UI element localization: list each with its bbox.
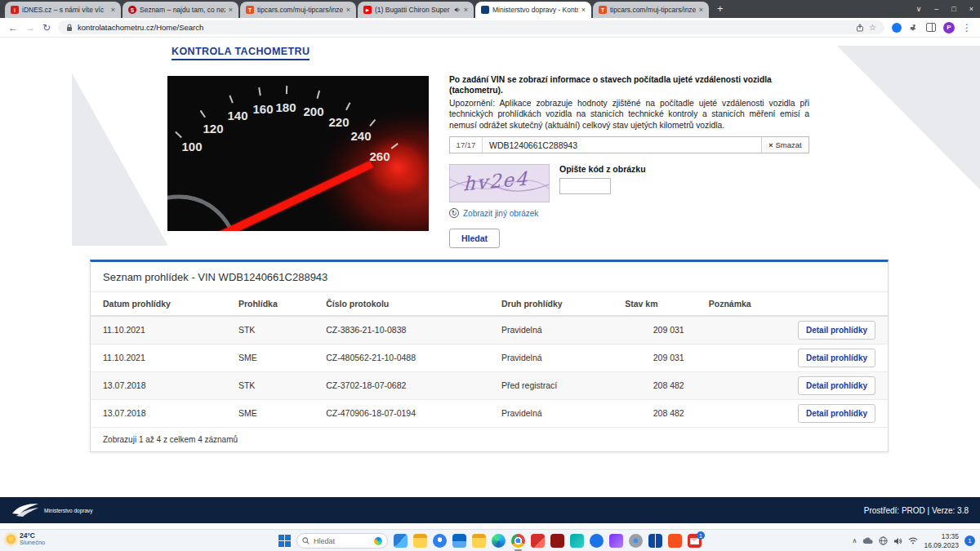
tab-close-icon[interactable]: × (464, 6, 468, 14)
taskbar-clock[interactable]: 13:35 16.09.2023 (924, 532, 959, 549)
col-header-protocol: Číslo protokolu (314, 292, 489, 317)
refresh-captcha-link[interactable]: Zobrazit jiný obrázek (463, 209, 538, 218)
taskbar-icon-edge[interactable] (492, 534, 506, 548)
search-highlights-icon[interactable] (374, 537, 382, 545)
taskbar-icon-mail[interactable]: 1 (688, 534, 702, 548)
taskbar-icon-chrome[interactable] (511, 534, 525, 548)
address-bar[interactable]: kontrolatachometru.cz/Home/Search ☆ (58, 20, 884, 34)
extensions-puzzle-icon[interactable] (909, 23, 919, 33)
intro-bold-text: Po zadání VIN se zobrazí informace o sta… (449, 74, 809, 96)
browser-tab-idnes[interactable]: i iDNES.cz – s námi víte víc × (5, 2, 121, 18)
taskbar: 24°C Slunečno Hledat 1 (0, 529, 980, 551)
detail-button[interactable]: Detail prohlídky (798, 404, 875, 423)
reload-icon[interactable]: ↻ (42, 22, 51, 33)
new-tab-button[interactable]: + (717, 2, 724, 15)
taskbar-icon-widgets[interactable] (394, 534, 408, 548)
captcha-label: Opište kód z obrázku (559, 164, 646, 174)
volume-icon[interactable] (893, 537, 902, 545)
vin-input[interactable]: 17/17 WDB1240661C288943 × Smazat (449, 136, 809, 153)
table-row: 11.10.2021 SME CZ-480562-21-10-0488 Prav… (91, 344, 888, 371)
captcha-input[interactable] (559, 178, 611, 194)
hero-diagonal-left (72, 50, 168, 246)
cell-protocol: CZ-470906-18-07-0194 (314, 399, 489, 427)
cell-date: 11.10.2021 (91, 344, 226, 371)
speedometer-image: 100 120 140 160 180 200 220 240 260 (167, 76, 429, 231)
search-button[interactable]: Hledat (449, 229, 500, 248)
speedo-label: 180 (275, 100, 296, 114)
vin-value-text: WDB1240661C288943 (483, 137, 761, 153)
tab-close-icon[interactable]: × (699, 6, 703, 14)
cell-date: 11.10.2021 (91, 316, 226, 344)
ministry-name: Ministerstvo dopravy (44, 508, 93, 513)
tab-title: iDNES.cz – s námi víte víc (22, 6, 108, 14)
taskbar-search[interactable]: Hledat (296, 533, 388, 549)
extension-icon-blue[interactable] (892, 23, 902, 33)
taskbar-icon-teams-chat[interactable] (433, 534, 447, 548)
browser-tab-seznam[interactable]: S Seznam – najdu tam, co neznám × (122, 2, 238, 18)
taskbar-icon-folder[interactable] (472, 534, 486, 548)
taskbar-icon-app-purple[interactable] (609, 534, 623, 548)
taskbar-icon-app-red[interactable] (531, 534, 545, 548)
cell-km: 208 482 (612, 399, 696, 427)
wifi-icon[interactable] (908, 537, 918, 544)
taskbar-icon-app-blue[interactable] (590, 534, 604, 548)
browser-tab-tipcars-2[interactable]: T tipcars.com/muj-tipcars/inzerce... × (593, 2, 709, 18)
col-header-km: Stav km (612, 292, 696, 317)
bookmark-star-icon[interactable]: ☆ (869, 23, 876, 32)
window-minimize-button[interactable]: – (934, 5, 938, 13)
tab-search-chevron-icon[interactable]: ∨ (916, 5, 922, 13)
share-icon[interactable] (856, 24, 864, 32)
results-title: Seznam prohlídek - VIN WDB1240661C288943 (91, 262, 888, 291)
taskbar-weather[interactable]: 24°C Slunečno (7, 532, 45, 547)
page-title: KONTROLA TACHOMETRU (172, 46, 310, 60)
browser-tab-youtube[interactable]: ▶ (1) Bugatti Chiron Super Spo... × (358, 2, 474, 18)
start-button[interactable] (278, 535, 291, 547)
idnes-favicon-icon: i (11, 6, 19, 14)
tab-close-icon[interactable]: × (581, 6, 586, 14)
clear-vin-button[interactable]: × Smazat (761, 137, 808, 153)
tab-close-icon[interactable]: × (346, 6, 350, 14)
browser-tab-tipcars-1[interactable]: T tipcars.com/muj-tipcars/inzerce... × (240, 2, 356, 18)
browser-tab-ministry-active[interactable]: Ministerstvo dopravy - Kontrola t... × (475, 2, 591, 18)
menu-kebab-icon[interactable]: ⋮ (962, 22, 972, 33)
captcha-image: hv2e4 (449, 164, 550, 202)
onedrive-icon[interactable] (862, 537, 873, 544)
refresh-captcha-icon[interactable]: ↻ (449, 208, 459, 218)
taskbar-icon-app-darkred[interactable] (550, 534, 564, 548)
taskbar-icon-file-explorer[interactable] (413, 534, 427, 548)
speedo-label: 260 (369, 149, 390, 163)
tab-audio-icon[interactable] (454, 7, 461, 13)
cell-type: SME (226, 399, 314, 427)
taskbar-icon-store[interactable] (452, 534, 466, 548)
forward-icon[interactable]: → (25, 22, 35, 33)
network-globe-icon[interactable] (879, 536, 888, 545)
taskbar-icon-app-bluegrid[interactable] (648, 534, 662, 548)
cell-kind: Pravidelná (489, 399, 612, 427)
cell-km: 208 482 (612, 371, 696, 399)
tab-close-icon[interactable]: × (111, 6, 115, 14)
speedo-label: 160 (252, 102, 273, 116)
detail-button[interactable]: Detail prohlídky (798, 376, 875, 395)
cell-type: STK (226, 371, 314, 399)
tray-expand-icon[interactable]: ∧ (853, 537, 858, 544)
cell-note (697, 371, 784, 399)
tipcars-favicon-icon: T (599, 6, 607, 14)
window-maximize-button[interactable]: □ (951, 5, 956, 13)
profile-avatar[interactable]: P (943, 22, 955, 33)
tab-close-icon[interactable]: × (229, 6, 233, 14)
window-close-button[interactable]: × (969, 5, 973, 13)
taskbar-icon-app-orange[interactable] (668, 534, 682, 548)
detail-button[interactable]: Detail prohlídky (798, 349, 875, 367)
cell-note (697, 344, 784, 371)
notification-badge[interactable]: 1 (964, 535, 975, 546)
back-icon[interactable]: ← (8, 22, 18, 33)
tab-title: tipcars.com/muj-tipcars/inzerce... (610, 6, 696, 14)
cell-note (697, 399, 784, 427)
detail-button[interactable]: Detail prohlídky (798, 321, 875, 340)
sidebar-panel-icon[interactable] (926, 23, 936, 32)
taskbar-icon-settings-gear[interactable] (629, 534, 643, 548)
cell-note (697, 316, 784, 344)
taskbar-icon-app-teal[interactable] (570, 534, 584, 548)
cell-km: 209 031 (612, 344, 696, 371)
speedo-label: 140 (227, 109, 247, 122)
